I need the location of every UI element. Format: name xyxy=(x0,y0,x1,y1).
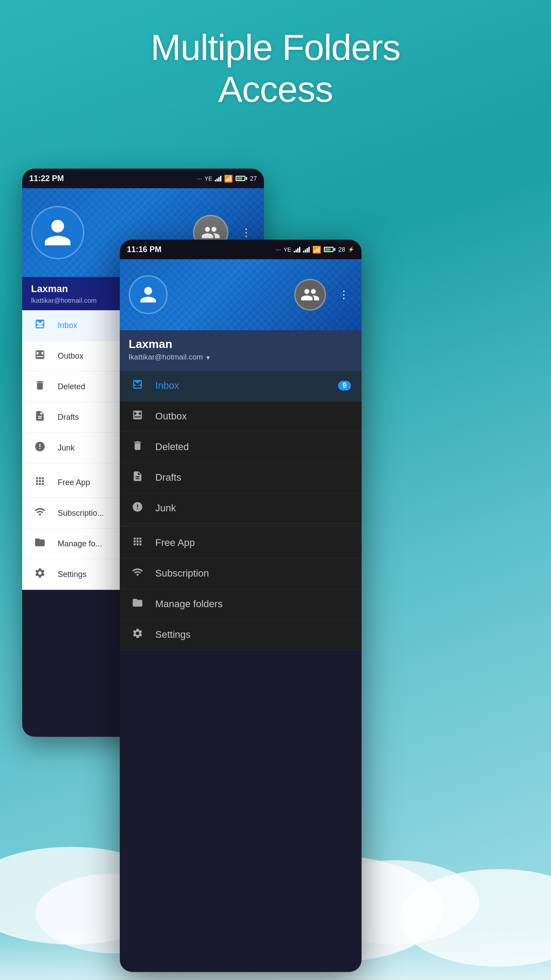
freeapp-icon-back xyxy=(33,475,47,490)
settings-label-back: Settings xyxy=(58,570,87,579)
managefolders-label-back: Manage fo... xyxy=(58,539,102,549)
outbox-label-back: Outbox xyxy=(58,352,83,361)
status-icons-back: ··· YE 📶 27 xyxy=(197,174,257,183)
dots-icon: ··· xyxy=(197,175,202,182)
battery-percent-front: 28 xyxy=(338,246,345,253)
phones-container: 11:22 PM ··· YE 📶 27 xyxy=(22,169,529,980)
signal-bars-front xyxy=(294,246,300,253)
user-email-front[interactable]: lkattikar@hotmail.com ▾ xyxy=(129,353,353,362)
freeapp-label-back: Free App xyxy=(58,478,90,487)
status-bar-front: 11:16 PM ··· YE 📶 xyxy=(120,240,362,259)
battery-percent-back: 27 xyxy=(250,175,257,182)
phone-front: 11:16 PM ··· YE 📶 xyxy=(120,240,362,972)
charging-icon: ⚡ xyxy=(348,246,354,253)
dots-icon-front: ··· xyxy=(276,246,281,253)
subscription-icon-back xyxy=(33,506,47,520)
wifi-icon-front: 📶 xyxy=(312,245,321,254)
network-icon-front: YE xyxy=(283,246,291,253)
sidebar-item-deleted-front[interactable]: Deleted xyxy=(120,432,362,462)
signal-bars-front2 xyxy=(303,246,310,253)
freeapp-icon-front xyxy=(130,536,145,550)
inbox-label-front: Inbox xyxy=(155,380,179,391)
deleted-label-front: Deleted xyxy=(155,441,189,453)
group-avatar-front xyxy=(294,279,326,311)
user-info-front: Laxman lkattikar@hotmail.com ▾ xyxy=(120,330,362,371)
settings-icon-front xyxy=(130,628,145,642)
sidebar-item-drafts-front[interactable]: Drafts xyxy=(120,462,362,493)
status-icons-front: ··· YE 📶 xyxy=(276,245,354,254)
avatar-front xyxy=(129,275,168,314)
inbox-label-back: Inbox xyxy=(58,321,77,330)
time-front: 11:16 PM xyxy=(127,245,161,254)
managefolders-icon-front xyxy=(130,597,145,611)
deleted-label-back: Deleted xyxy=(58,382,85,391)
sidebar-item-settings-front[interactable]: Settings xyxy=(120,620,362,650)
outbox-icon-front xyxy=(130,409,145,423)
sidebar-item-outbox-front[interactable]: Outbox xyxy=(120,401,362,432)
drafts-icon-front xyxy=(130,470,145,485)
signal-bars xyxy=(215,175,221,182)
time-back: 11:22 PM xyxy=(29,174,64,183)
managefolders-label-front: Manage folders xyxy=(155,598,223,610)
user-name-front: Laxman xyxy=(129,337,353,351)
divider-front xyxy=(120,526,362,526)
main-heading: Multiple Folders Access xyxy=(0,27,551,111)
junk-icon-back xyxy=(33,441,47,455)
app-header-front: ⋮ xyxy=(120,259,362,330)
drafts-label-back: Drafts xyxy=(58,413,79,422)
sidebar-item-subscription-front[interactable]: Subscription xyxy=(120,558,362,589)
freeapp-label-front: Free App xyxy=(155,537,195,549)
settings-label-front: Settings xyxy=(155,629,191,640)
avatar-back xyxy=(31,206,84,259)
inbox-icon-back xyxy=(33,318,47,332)
inbox-icon-front xyxy=(130,379,145,393)
drafts-icon-back xyxy=(33,410,47,424)
outbox-icon-back xyxy=(33,349,47,363)
more-menu-front[interactable]: ⋮ xyxy=(335,285,353,304)
subscription-label-front: Subscription xyxy=(155,568,209,579)
wifi-icon: 📶 xyxy=(224,174,233,183)
deleted-icon-back xyxy=(33,379,47,394)
network-icon: YE xyxy=(205,175,212,182)
heading-line1: Multiple Folders xyxy=(0,27,551,68)
battery-front xyxy=(324,247,335,252)
junk-label-back: Junk xyxy=(58,443,75,453)
outbox-label-front: Outbox xyxy=(155,411,187,422)
sidebar-front: Inbox 9 Outbox Deleted xyxy=(120,371,362,650)
sidebar-item-freeapp-front[interactable]: Free App xyxy=(120,528,362,558)
sidebar-item-junk-front[interactable]: Junk xyxy=(120,493,362,524)
inbox-badge-front: 9 xyxy=(338,381,351,391)
heading-line2: Access xyxy=(0,68,551,110)
status-bar-back: 11:22 PM ··· YE 📶 27 xyxy=(22,169,264,188)
sidebar-item-managefolders-front[interactable]: Manage folders xyxy=(120,589,362,620)
managefolders-icon-back xyxy=(33,537,47,551)
battery-back xyxy=(236,176,247,181)
junk-label-front: Junk xyxy=(155,502,176,514)
drafts-label-front: Drafts xyxy=(155,472,181,483)
subscription-icon-front xyxy=(130,566,145,581)
subscription-label-back: Subscriptio... xyxy=(58,509,104,518)
sidebar-item-inbox-front[interactable]: Inbox 9 xyxy=(120,371,362,401)
deleted-icon-front xyxy=(130,440,145,454)
dropdown-arrow: ▾ xyxy=(206,353,210,362)
settings-icon-back xyxy=(33,567,47,581)
junk-icon-front xyxy=(130,501,145,515)
